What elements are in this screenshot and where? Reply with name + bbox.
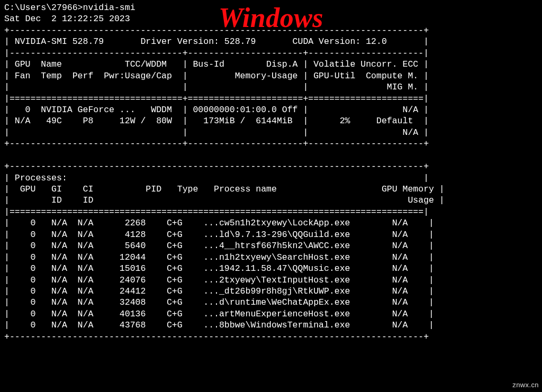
- watermark: znwx.cn: [512, 381, 539, 390]
- terminal-output: C:\Users\27966>nvidia-smi Sat Dec 2 12:2…: [4, 2, 538, 342]
